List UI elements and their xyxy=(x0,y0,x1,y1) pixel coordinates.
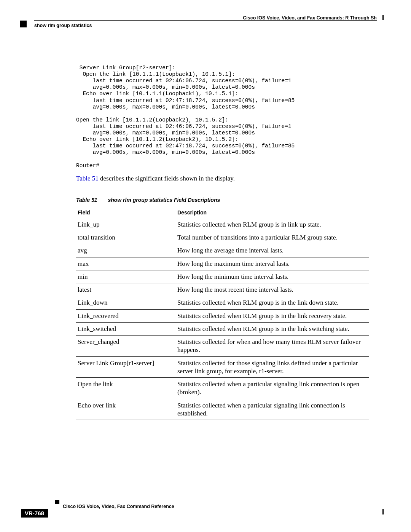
cell-desc: Statistics collected when RLM group is i… xyxy=(176,296,369,309)
cell-desc: Statistics collected when a particular s… xyxy=(176,399,369,420)
terminal-output: Server Link Group[r2-server]: Open the l… xyxy=(76,65,377,169)
cell-desc: Statistics collected when RLM group is i… xyxy=(176,309,369,322)
cell-desc: Statistics collected for when and how ma… xyxy=(176,335,369,357)
cell-desc: Statistics collected for those signaling… xyxy=(176,356,369,378)
cell-desc: How long the most recent time interval l… xyxy=(176,283,369,296)
cell-field: max xyxy=(76,257,176,270)
header-right-mark xyxy=(382,15,384,20)
table-row: Link_upStatistics collected when RLM gro… xyxy=(76,218,369,231)
table-row: maxHow long the maximum time interval la… xyxy=(76,257,369,270)
table-row: Server_changedStatistics collected for w… xyxy=(76,335,369,357)
footer-square-icon xyxy=(55,500,59,504)
table-row: Server Link Group[r1-server]Statistics c… xyxy=(76,356,369,378)
header-left-square-icon xyxy=(20,21,27,27)
col-description: Description xyxy=(176,207,369,218)
cell-desc: How long the average time interval lasts… xyxy=(176,244,369,257)
cell-field: Open the link xyxy=(76,378,176,399)
cell-desc: How long the maximum time interval lasts… xyxy=(176,257,369,270)
page-header: Cisco IOS Voice, Video, and Fax Commands… xyxy=(34,15,377,32)
page-number: VR-768 xyxy=(21,509,48,518)
table-row: total transitionTotal number of transiti… xyxy=(76,231,369,244)
cell-field: min xyxy=(76,270,176,283)
cell-field: Server Link Group[r1-server] xyxy=(76,356,176,378)
table-intro: Table 51 describes the significant field… xyxy=(76,175,377,182)
footer-book-title: Cisco IOS Voice, Video, Fax Command Refe… xyxy=(63,504,377,509)
footer-right-mark xyxy=(382,509,384,514)
header-command-name: show rlm group statistics xyxy=(34,23,92,28)
cell-desc: Total number of transitions into a parti… xyxy=(176,231,369,244)
cell-desc: Statistics collected when RLM group is i… xyxy=(176,322,369,335)
cell-field: Link_up xyxy=(76,218,176,231)
page-footer: Cisco IOS Voice, Video, Fax Command Refe… xyxy=(34,502,377,509)
table-reference-link[interactable]: Table 51 xyxy=(76,175,99,182)
cell-field: avg xyxy=(76,244,176,257)
footer-rule xyxy=(34,502,377,502)
table-row: Link_recoveredStatistics collected when … xyxy=(76,309,369,322)
table-row: latestHow long the most recent time inte… xyxy=(76,283,369,296)
cell-desc: Statistics collected when a particular s… xyxy=(176,378,369,399)
table-caption: Table 51 show rlm group statistics Field… xyxy=(76,197,377,203)
cell-field: latest xyxy=(76,283,176,296)
table-row: Echo over linkStatistics collected when … xyxy=(76,399,369,420)
table-caption-title: show rlm group statistics Field Descript… xyxy=(108,197,220,203)
col-field: Field xyxy=(76,207,176,218)
header-chapter-title: Cisco IOS Voice, Video, and Fax Commands… xyxy=(243,15,377,21)
table-intro-text: describes the significant fields shown i… xyxy=(99,175,235,182)
cell-field: Link_recovered xyxy=(76,309,176,322)
cell-field: total transition xyxy=(76,231,176,244)
table-caption-label: Table 51 xyxy=(76,197,97,203)
cell-desc: How long the minimum time interval lasts… xyxy=(176,270,369,283)
cell-field: Link_down xyxy=(76,296,176,309)
cell-field: Echo over link xyxy=(76,399,176,420)
cell-field: Link_switched xyxy=(76,322,176,335)
cell-desc: Statistics collected when RLM group is i… xyxy=(176,218,369,231)
page: Cisco IOS Voice, Video, and Fax Commands… xyxy=(0,0,411,532)
table-row: Open the linkStatistics collected when a… xyxy=(76,378,369,399)
cell-field: Server_changed xyxy=(76,335,176,357)
table-row: minHow long the minimum time interval la… xyxy=(76,270,369,283)
table-row: Link_switchedStatistics collected when R… xyxy=(76,322,369,335)
table-row: avgHow long the average time interval la… xyxy=(76,244,369,257)
field-description-table: Field Description Link_upStatistics coll… xyxy=(76,207,369,420)
table-header-row: Field Description xyxy=(76,207,369,218)
table-row: Link_downStatistics collected when RLM g… xyxy=(76,296,369,309)
